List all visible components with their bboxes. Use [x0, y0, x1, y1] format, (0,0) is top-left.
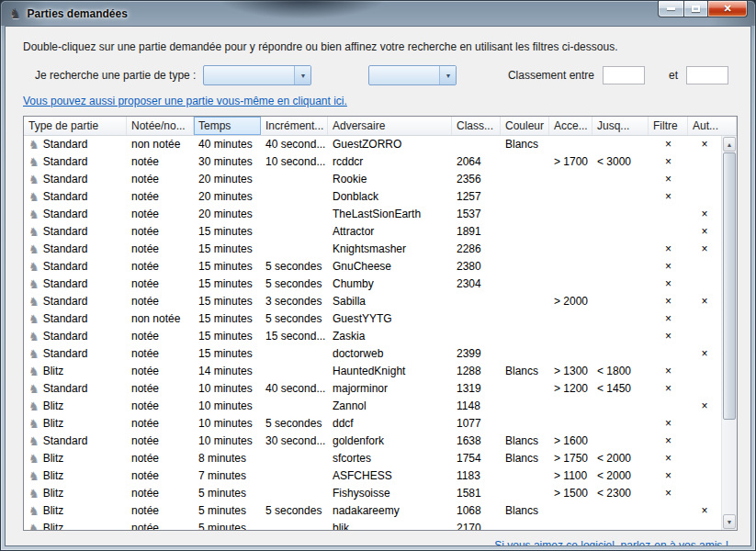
table-row[interactable]: ♞Standardnotée20 minutesRookie2356×: [24, 171, 721, 188]
game-type-text: Blitz: [43, 522, 64, 530]
window: ♞ Parties demandées ✕ Double-cliquez sur…: [0, 0, 756, 551]
cell-5: 2380: [452, 258, 501, 276]
scrollbar-track[interactable]: [723, 152, 736, 513]
cell-9: ×: [649, 310, 688, 328]
table-row[interactable]: ♞Standardnotée30 minutes10 second...rcdd…: [24, 153, 721, 171]
vertical-scrollbar[interactable]: ▲ ▼: [721, 136, 737, 530]
cell-2: 5 minutes: [194, 485, 261, 502]
cell-1: notée: [127, 223, 194, 241]
cell-7: [549, 258, 592, 276]
table-row[interactable]: ♞Blitznotée10 minutes5 secondesddcf1077×: [24, 415, 721, 433]
cell-0: ♞Standard: [24, 241, 127, 258]
game-type-text: Standard: [43, 242, 88, 255]
cell-7: [549, 171, 592, 188]
cell-2: 10 minutes: [194, 415, 261, 433]
column-header-1[interactable]: Notée/no...: [127, 117, 194, 135]
chevron-down-icon[interactable]: ▼: [294, 66, 310, 84]
table-row[interactable]: ♞Standardnotée15 minutes5 secondesGnuChe…: [24, 258, 721, 276]
cell-3: 15 second...: [261, 328, 328, 345]
table-row[interactable]: ♞Standardnotée15 minutesKnightsmasher228…: [24, 241, 721, 258]
cell-1: notée: [127, 450, 194, 467]
cell-10: [688, 363, 721, 380]
table-row[interactable]: ♞Blitznotée8 minutessfcortes1754Blancs> …: [24, 450, 721, 467]
cell-5: 1288: [452, 363, 501, 380]
close-button[interactable]: ✕: [707, 1, 748, 17]
column-header-9[interactable]: Filtre: [649, 117, 688, 135]
column-header-7[interactable]: Acce...: [549, 117, 592, 135]
cell-9: ×: [649, 415, 688, 433]
cell-6: Blancs: [501, 502, 549, 520]
table-row[interactable]: ♞Blitznotée5 minutesFishysoisse1581> 150…: [24, 485, 721, 502]
cell-0: ♞Blitz: [24, 450, 127, 467]
cell-0: ♞Standard: [24, 293, 127, 310]
propose-game-link[interactable]: Vous pouvez aussi proposer une partie vo…: [23, 95, 347, 107]
cell-2: 10 minutes: [194, 433, 261, 450]
cell-1: notée: [127, 433, 194, 450]
table-row[interactable]: ♞Standardnotée15 minutesAttractor1891×: [24, 223, 721, 241]
table-row[interactable]: ♞Standardnotée15 minutes3 secondesSabill…: [24, 293, 721, 310]
column-header-4[interactable]: Adversaire: [328, 117, 452, 135]
cell-4: nadakareemy: [328, 502, 452, 520]
cell-7: [549, 223, 592, 241]
cell-7: > 1600: [549, 433, 592, 450]
cell-7: [549, 188, 592, 206]
column-header-10[interactable]: Aut...: [688, 117, 737, 135]
cell-1: notée: [127, 467, 194, 485]
rating-max-input[interactable]: [686, 66, 728, 84]
cell-3: [261, 485, 328, 502]
cell-10: [688, 415, 721, 433]
cell-3: [261, 450, 328, 467]
table-row[interactable]: ♞Standardnotée10 minutes40 second...majo…: [24, 380, 721, 398]
table-row[interactable]: ♞Standardnon notée40 minutes40 second...…: [24, 136, 721, 153]
table-row[interactable]: ♞Standardnotée20 minutesDonblack1257×: [24, 188, 721, 206]
rating-min-input[interactable]: [603, 66, 645, 84]
table-row[interactable]: ♞Standardnotée15 minutesdoctorweb2399×: [24, 345, 721, 363]
scroll-down-button[interactable]: ▼: [723, 514, 736, 529]
cell-8: [592, 520, 649, 530]
column-header-8[interactable]: Jusq...: [592, 117, 649, 135]
table-row[interactable]: ♞Blitznotée14 minutesHauntedKnight1288Bl…: [24, 363, 721, 380]
column-header-3[interactable]: Incrément...: [261, 117, 328, 135]
cell-4: GuestYYTG: [328, 310, 452, 328]
table-row[interactable]: ♞Standardnotée20 minutesTheLastSionEarth…: [24, 206, 721, 223]
column-header-2[interactable]: Temps: [194, 117, 261, 135]
cell-8: [592, 293, 649, 310]
column-header-5[interactable]: Class...: [452, 117, 501, 135]
cell-3: [261, 398, 328, 415]
table-row[interactable]: ♞Blitznotée10 minutesZannol1148×: [24, 398, 721, 415]
cell-8: [592, 398, 649, 415]
cell-1: notée: [127, 153, 194, 171]
scroll-up-button[interactable]: ▲: [723, 137, 736, 152]
table-row[interactable]: ♞Blitznotée7 minutesASFCHESS1183> 1100< …: [24, 467, 721, 485]
cell-4: HauntedKnight: [328, 363, 452, 380]
game-type-text: Standard: [43, 382, 88, 395]
game-type-text: Blitz: [43, 469, 64, 482]
cell-2: 15 minutes: [194, 310, 261, 328]
cell-9: ×: [649, 485, 688, 502]
maximize-button[interactable]: [683, 1, 708, 17]
column-header-6[interactable]: Couleur: [501, 117, 549, 135]
table-row[interactable]: ♞Blitznotée5 minutes5 secondesnadakareem…: [24, 502, 721, 520]
game-type-select[interactable]: ▼: [203, 65, 311, 85]
filter-row: Je recherche une partie de type : ▼ ▼ Cl…: [23, 65, 728, 85]
table-row[interactable]: ♞Standardnon notée15 minutes5 secondesGu…: [24, 310, 721, 328]
game-subtype-select[interactable]: ▼: [368, 65, 457, 85]
cell-4: sfcortes: [328, 450, 452, 467]
table-row[interactable]: ♞Standardnotée15 minutes15 second...Zask…: [24, 328, 721, 345]
cell-5: [452, 310, 501, 328]
cell-0: ♞Blitz: [24, 467, 127, 485]
share-with-friends-link[interactable]: Si vous aimez ce logiciel, parlez-en à v…: [494, 539, 728, 546]
table-row[interactable]: ♞Standardnotée10 minutes30 second...gold…: [24, 433, 721, 450]
titlebar[interactable]: ♞ Parties demandées ✕: [1, 1, 755, 26]
table-row[interactable]: ♞Blitznotée5 minutesblik2170: [24, 520, 721, 530]
cell-10: ×: [688, 206, 721, 223]
cell-10: [688, 153, 721, 171]
cell-10: [688, 171, 721, 188]
minimize-button[interactable]: [658, 1, 684, 17]
scrollbar-thumb[interactable]: [723, 152, 736, 420]
chevron-down-icon[interactable]: ▼: [439, 66, 456, 84]
column-header-0[interactable]: Type de partie: [24, 117, 127, 135]
table-row[interactable]: ♞Standardnotée15 minutes5 secondesChumby…: [24, 276, 721, 293]
cell-3: 40 second...: [261, 380, 328, 398]
cell-0: ♞Standard: [24, 206, 127, 223]
